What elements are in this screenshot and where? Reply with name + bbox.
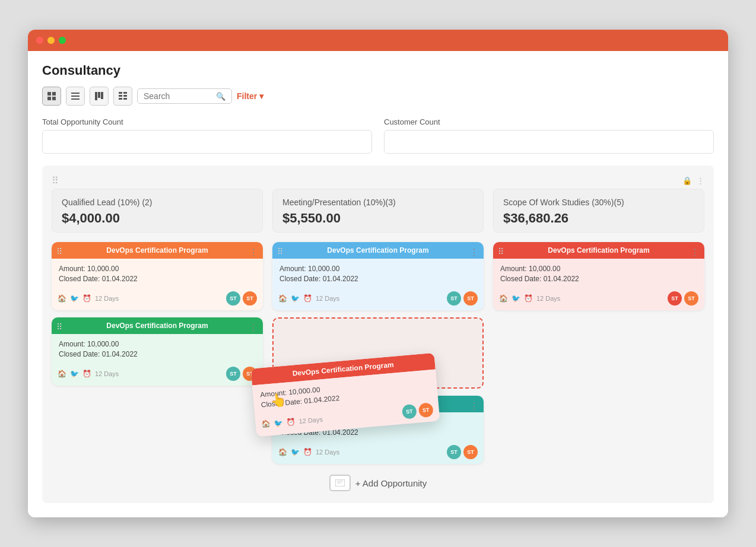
add-opportunity-label: + Add Opportunity (355, 478, 427, 488)
total-opportunity-value (42, 130, 372, 154)
clock-icon: ⏰ (303, 448, 312, 456)
view-grid-button[interactable] (42, 87, 61, 106)
avatar: ST (243, 291, 257, 306)
more-icon[interactable]: ⋮ (697, 176, 704, 185)
drag-handle-icon[interactable]: ⠿ (498, 247, 504, 256)
card-more-button[interactable]: ⋮ (469, 247, 479, 258)
kanban-area: ⠿ 🔒 ⋮ Qualified Lead (10%) (2) $4,000.00… (42, 166, 714, 503)
card-header: DevOps Certification Program (493, 242, 704, 259)
clock-icon: ⏰ (82, 370, 91, 378)
card-footer: 🏠 🐦 ⏰ 12 Days ST ST (52, 288, 263, 310)
card-avatars: ST ST (668, 291, 698, 306)
twitter-icon: 🐦 (70, 294, 79, 303)
minimize-dot[interactable] (47, 37, 55, 44)
card-closed-date: Closed Date: 01.04.2022 (59, 350, 256, 358)
svg-rect-14 (119, 98, 122, 100)
card-icons: 🏠 🐦 ⏰ 12 Days (261, 415, 323, 429)
card-days: 12 Days (316, 449, 339, 456)
svg-rect-8 (98, 92, 100, 98)
drag-handle-icon[interactable]: ⠿ (56, 247, 62, 256)
view-table-button[interactable] (113, 87, 132, 106)
kanban-col-header-3: Scope Of Work Studies (30%)(5) $36,680.2… (493, 189, 704, 233)
card-amount: Amount: 10,000.00 (59, 265, 256, 273)
card-body: Amount: 10,000.00 Closed Date: 01.04.202… (52, 259, 263, 288)
drag-handle-icon: ⠿ (52, 175, 59, 186)
card-footer: 🏠 🐦 ⏰ 12 Days ST ST (52, 363, 263, 386)
lock-icon[interactable]: 🔒 (682, 176, 692, 185)
col-title-1: Qualified Lead (10%) (2) (62, 198, 253, 207)
maximize-dot[interactable] (59, 37, 66, 44)
clock-icon: ⏰ (524, 294, 533, 303)
add-opp-icon (329, 475, 351, 491)
toolbar: 🔍 Filter ▾ (42, 87, 714, 106)
col-amount-2: $5,550.00 (282, 211, 474, 226)
card-avatars: ST ST (226, 291, 257, 306)
avatar: ST (463, 291, 478, 306)
kanban-col-1: ⠿ ⋮ DevOps Certification Program Amount:… (52, 242, 263, 464)
col-amount-1: $4,000.00 (62, 211, 253, 226)
home-icon: 🏠 (58, 294, 66, 303)
card-body: Amount: 10,000.00 Closed Date: 01.04.202… (493, 259, 704, 288)
view-list-button[interactable] (66, 87, 85, 106)
card-footer: 🏠 🐦 ⏰ 12 Days ST ST (493, 288, 704, 310)
card-closed-date: Closed Date: 01.04.2022 (279, 275, 477, 283)
home-icon: 🏠 (278, 294, 287, 303)
home-icon: 🏠 (278, 448, 287, 456)
avatar: ST (447, 445, 461, 459)
view-kanban-button[interactable] (90, 87, 109, 106)
home-icon: 🏠 (499, 294, 508, 303)
card-more-button[interactable]: ⋮ (469, 400, 479, 412)
kanban-area-actions: 🔒 ⋮ (682, 176, 704, 185)
list-item: ⠿ ⋮ DevOps Certification Program Amount:… (52, 242, 263, 310)
list-item: ⠿ ⋮ DevOps Certification Program Amount:… (493, 242, 704, 310)
title-bar (28, 30, 728, 51)
card-icons: 🏠 🐦 ⏰ 12 Days (278, 448, 339, 456)
card-avatars: ST ST (447, 291, 478, 306)
svg-rect-11 (123, 92, 127, 94)
svg-rect-12 (119, 95, 122, 97)
main-content: Consultancy 🔍 Filter ▾ (28, 51, 728, 517)
filter-button[interactable]: Filter ▾ (237, 91, 263, 101)
card-days: 12 Days (95, 370, 119, 377)
kanban-columns: ⠿ ⋮ DevOps Certification Program Amount:… (52, 242, 704, 464)
twitter-icon: 🐦 (274, 418, 283, 427)
close-dot[interactable] (36, 37, 43, 44)
avatar: ST (463, 445, 478, 459)
svg-rect-4 (71, 93, 80, 94)
avatar: ST (447, 291, 461, 306)
clock-icon: ⏰ (286, 418, 296, 427)
card-header: DevOps Certification Program (52, 242, 263, 259)
card-more-button[interactable]: ⋮ (249, 322, 258, 333)
card-more-button[interactable]: ⋮ (690, 247, 700, 258)
clock-icon: ⏰ (82, 294, 91, 303)
add-opportunity-bar: + Add Opportunity (52, 464, 704, 494)
card-days: 12 Days (536, 295, 560, 302)
drag-handle-icon[interactable]: ⠿ (277, 247, 283, 256)
avatar: ST (684, 291, 698, 306)
card-footer: 🏠 🐦 ⏰ 12 Days ST ST (272, 288, 484, 310)
twitter-icon: 🐦 (70, 370, 79, 378)
col-amount-3: $36,680.26 (503, 211, 694, 226)
avatar: ST (668, 291, 682, 306)
kanban-area-header: ⠿ 🔒 ⋮ (52, 175, 704, 186)
kanban-col-3: ⠿ ⋮ DevOps Certification Program Amount:… (493, 242, 704, 464)
twitter-icon: 🐦 (291, 294, 300, 303)
avatar: ST (226, 291, 240, 306)
card-amount: Amount: 10,000.00 (500, 265, 697, 273)
card-icons: 🏠 🐦 ⏰ 12 Days (499, 294, 560, 303)
svg-rect-13 (123, 95, 127, 97)
svg-rect-15 (123, 98, 127, 100)
svg-rect-3 (52, 97, 56, 100)
col-title-2: Meeting/Presentation (10%)(3) (282, 198, 474, 207)
svg-rect-6 (71, 98, 80, 100)
add-opportunity-button[interactable]: + Add Opportunity (329, 475, 427, 491)
customer-count-label: Customer Count (384, 117, 714, 126)
card-header: DevOps Certification Program (272, 242, 484, 259)
customer-count-metric: Customer Count (384, 117, 714, 154)
card-closed-date: Closed Date: 01.04.2022 (59, 275, 256, 283)
drag-handle-icon[interactable]: ⠿ (56, 322, 62, 332)
svg-rect-1 (52, 92, 56, 96)
search-input[interactable] (144, 91, 212, 101)
card-footer: 🏠 🐦 ⏰ 12 Days ST ST (272, 441, 484, 464)
card-more-button[interactable]: ⋮ (249, 247, 258, 258)
